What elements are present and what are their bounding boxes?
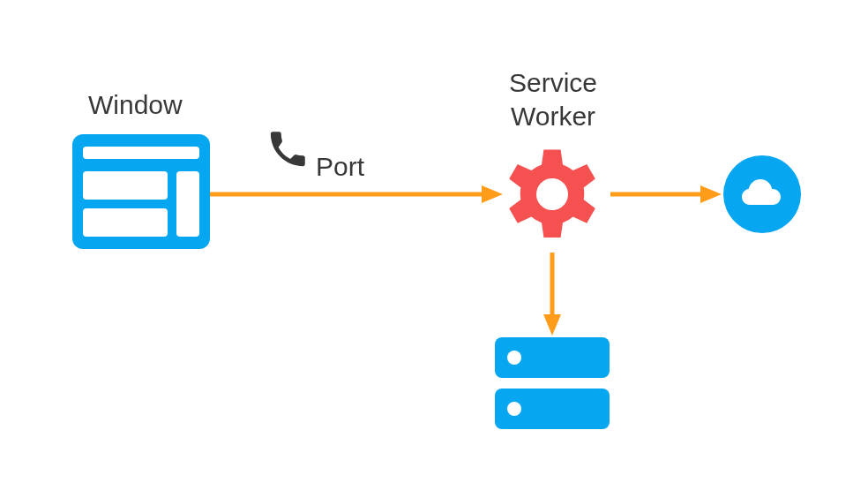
gear-icon	[499, 141, 605, 247]
svg-marker-16	[543, 314, 561, 336]
browser-window-icon	[72, 134, 210, 249]
phone-icon	[267, 129, 308, 170]
svg-rect-4	[176, 171, 199, 237]
svg-marker-12	[482, 185, 503, 203]
service-worker-label: Service Worker	[491, 66, 615, 132]
svg-rect-3	[83, 208, 168, 237]
arrow-window-to-sw	[210, 182, 503, 207]
svg-rect-1	[83, 147, 199, 159]
svg-rect-2	[83, 171, 168, 200]
arrow-sw-to-cloud	[610, 182, 722, 207]
window-label: Window	[88, 88, 183, 122]
arrow-sw-to-cache	[540, 253, 565, 336]
svg-point-10	[507, 402, 521, 416]
svg-marker-14	[700, 185, 722, 203]
port-label: Port	[316, 150, 364, 184]
cache-drives-icon	[495, 337, 610, 429]
svg-point-8	[507, 351, 521, 365]
svg-point-5	[536, 178, 568, 210]
cloud-circle-icon	[723, 155, 801, 233]
